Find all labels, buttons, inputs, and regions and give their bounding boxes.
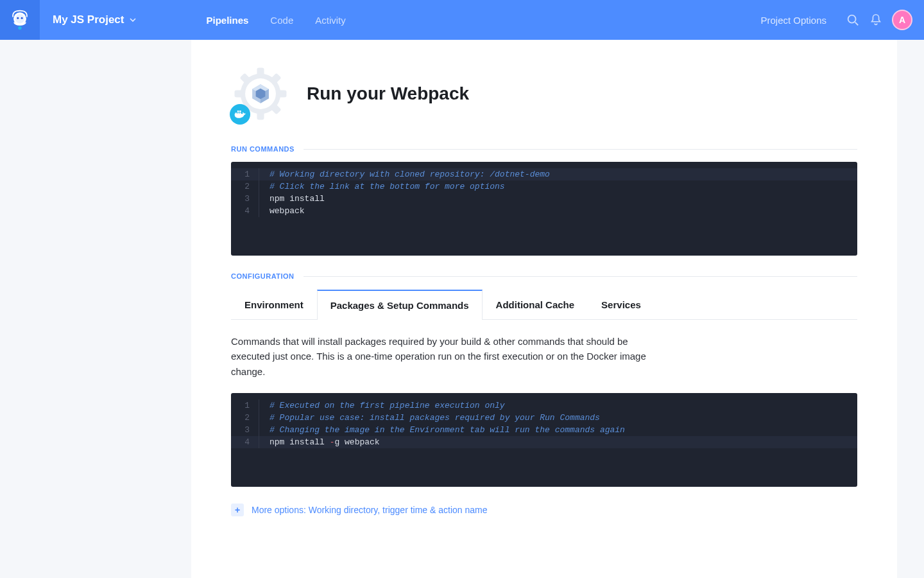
topbar: My JS Project Pipelines Code Activity Pr… <box>0 0 924 40</box>
line-number: 4 <box>231 205 259 217</box>
more-options-link[interactable]: More options: Working directory, trigger… <box>252 505 488 515</box>
svg-rect-9 <box>257 112 264 120</box>
section-rule <box>304 149 857 150</box>
code-line[interactable]: 4npm install -g webpack <box>231 436 857 448</box>
svg-point-4 <box>18 26 21 30</box>
code-content: # Changing the image in the Environment … <box>259 424 625 436</box>
svg-rect-25 <box>239 110 241 112</box>
code-content: webpack <box>259 205 305 217</box>
tab-packages-setup[interactable]: Packages & Setup Commands <box>317 290 483 320</box>
svg-point-3 <box>21 17 23 19</box>
line-number: 2 <box>231 180 259 193</box>
caret-down-icon <box>130 18 136 22</box>
project-name: My JS Project <box>53 13 124 26</box>
topbar-icons: A <box>846 10 912 30</box>
line-number: 1 <box>231 168 259 180</box>
line-number: 3 <box>231 424 259 436</box>
run-commands-label-text: RUN COMMANDS <box>231 145 295 153</box>
svg-rect-11 <box>278 90 287 97</box>
line-number: 2 <box>231 412 259 424</box>
project-selector[interactable]: My JS Project <box>40 13 149 26</box>
project-options-link[interactable]: Project Options <box>760 15 826 26</box>
line-number: 4 <box>231 436 259 448</box>
code-line[interactable]: 2# Click the link at the bottom for more… <box>231 180 857 193</box>
bell-icon[interactable] <box>869 13 883 27</box>
code-content: # Click the link at the bottom for more … <box>259 180 505 193</box>
svg-rect-24 <box>237 110 239 112</box>
nav-pipelines[interactable]: Pipelines <box>207 15 249 26</box>
nav-code[interactable]: Code <box>270 15 293 26</box>
svg-point-1 <box>15 14 24 23</box>
avatar[interactable]: A <box>892 10 912 30</box>
svg-point-5 <box>848 15 856 23</box>
config-description: Commands that will install packages requ… <box>231 334 667 379</box>
run-commands-section-label: RUN COMMANDS <box>231 145 857 153</box>
nav-activity[interactable]: Activity <box>315 15 346 26</box>
primary-nav: Pipelines Code Activity <box>207 15 346 26</box>
code-line[interactable]: 1# Executed on the first pipeline execut… <box>231 399 857 412</box>
configuration-section-label: CONFIGURATION <box>231 272 857 280</box>
action-icon-wrap <box>231 64 290 123</box>
page-title: Run your Webpack <box>307 83 469 104</box>
code-line[interactable]: 3# Changing the image in the Environment… <box>231 424 857 436</box>
code-content: # Working directory with cloned reposito… <box>259 168 550 180</box>
page-title-row: Run your Webpack <box>231 64 857 123</box>
tab-environment[interactable]: Environment <box>231 290 317 320</box>
plus-icon[interactable]: + <box>231 504 244 516</box>
content-card: Run your Webpack RUN COMMANDS 1# Working… <box>191 40 897 578</box>
code-line[interactable]: 1# Working directory with cloned reposit… <box>231 168 857 180</box>
more-options-row: + More options: Working directory, trigg… <box>231 504 857 516</box>
line-number: 1 <box>231 399 259 412</box>
setup-commands-editor[interactable]: 1# Executed on the first pipeline execut… <box>231 393 857 487</box>
code-content: npm install <box>259 193 325 205</box>
buddy-logo-icon <box>8 8 31 31</box>
code-content: npm install -g webpack <box>259 436 380 448</box>
code-line[interactable]: 3npm install <box>231 193 857 205</box>
configuration-label-text: CONFIGURATION <box>231 272 295 280</box>
code-content: # Popular use case: install packages req… <box>259 412 600 424</box>
section-rule <box>304 276 857 277</box>
svg-point-2 <box>17 17 19 19</box>
svg-rect-10 <box>235 90 243 97</box>
tab-services[interactable]: Services <box>588 290 654 320</box>
config-tabs: Environment Packages & Setup Commands Ad… <box>231 289 857 320</box>
tab-additional-cache[interactable]: Additional Cache <box>483 290 588 320</box>
code-line[interactable]: 2# Popular use case: install packages re… <box>231 412 857 424</box>
svg-line-6 <box>855 22 859 26</box>
code-line[interactable]: 4webpack <box>231 205 857 217</box>
code-content: # Executed on the first pipeline executi… <box>259 399 505 412</box>
search-icon[interactable] <box>846 13 860 27</box>
run-commands-editor[interactable]: 1# Working directory with cloned reposit… <box>231 162 857 256</box>
svg-rect-8 <box>257 68 264 76</box>
app-logo[interactable] <box>0 0 40 40</box>
line-number: 3 <box>231 193 259 205</box>
docker-badge-icon <box>230 104 250 125</box>
